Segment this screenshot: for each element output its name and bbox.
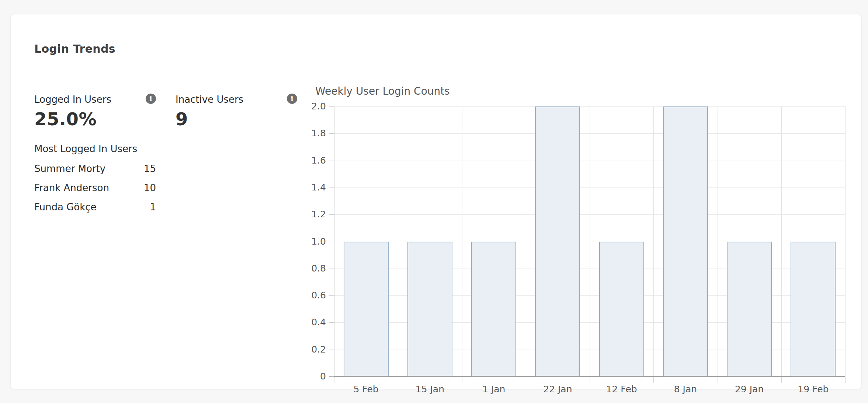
y-axis-label: 1.2	[295, 209, 326, 220]
y-axis-tick	[329, 106, 334, 107]
x-gridline	[590, 106, 590, 376]
stat-logged-in-users: Logged In Users i 25.0%	[34, 92, 156, 136]
logged-in-users-value: 25.0%	[34, 108, 97, 130]
user-login-count: 1	[150, 201, 156, 213]
chart-bar[interactable]	[407, 242, 452, 377]
x-axis-tick	[718, 376, 718, 383]
x-axis-label: 29 Jan	[718, 384, 781, 395]
chart-title: Weekly User Login Counts	[315, 85, 450, 98]
page-background: Login Trends Logged In Users i 25.0% Ina…	[0, 0, 868, 403]
list-item: Summer Morty15	[34, 162, 156, 175]
y-axis-tick	[329, 322, 334, 323]
chart-bar[interactable]	[599, 242, 644, 377]
chart-bar[interactable]	[727, 242, 772, 377]
x-axis-label: 22 Jan	[526, 384, 590, 395]
x-axis-label: 8 Jan	[653, 384, 717, 395]
most-logged-in-title: Most Logged In Users	[34, 143, 137, 155]
y-axis-label: 1.6	[295, 155, 326, 166]
logged-in-users-label: Logged In Users	[34, 93, 111, 106]
y-axis-tick	[329, 133, 334, 134]
x-gridline	[845, 106, 846, 376]
user-name: Frank Anderson	[34, 182, 109, 194]
most-logged-in-list: Summer Morty15Frank Anderson10Funda Gökç…	[34, 162, 156, 220]
user-name: Funda Gökçe	[34, 201, 97, 213]
y-axis-label: 2.0	[295, 101, 326, 112]
user-login-count: 10	[144, 182, 156, 194]
inactive-users-label: Inactive Users	[176, 93, 243, 106]
info-icon-glyph: i	[150, 95, 152, 102]
x-axis-tick	[653, 376, 654, 383]
divider	[34, 69, 859, 69]
x-axis-label: 5 Feb	[334, 384, 398, 395]
inactive-users-value: 9	[176, 108, 188, 130]
y-axis-label: 0.4	[295, 317, 326, 328]
y-axis-label: 1.8	[295, 128, 326, 139]
y-axis-line	[334, 106, 334, 376]
y-axis-tick	[329, 188, 334, 188]
x-axis-tick	[334, 376, 334, 383]
x-axis-label: 19 Feb	[781, 384, 845, 395]
list-item: Frank Anderson10	[34, 182, 156, 194]
x-axis-tick	[590, 376, 590, 383]
y-axis-tick	[329, 242, 334, 242]
x-axis-tick	[845, 376, 846, 383]
chart-bar[interactable]	[663, 106, 708, 376]
y-axis-tick	[329, 269, 334, 269]
x-axis-tick	[462, 376, 462, 383]
chart-bar[interactable]	[791, 242, 836, 377]
y-axis-label: 0	[295, 371, 326, 382]
x-gridline	[462, 106, 462, 376]
stat-inactive-users: Inactive Users i 9	[176, 92, 297, 136]
info-icon-glyph: i	[291, 95, 294, 102]
x-axis-label: 12 Feb	[590, 384, 653, 395]
chart-bar[interactable]	[344, 242, 389, 377]
x-gridline	[781, 106, 782, 376]
x-axis-label: 1 Jan	[462, 384, 526, 395]
info-icon[interactable]: i	[146, 94, 156, 104]
x-gridline	[398, 106, 398, 376]
login-trends-card: Login Trends Logged In Users i 25.0% Ina…	[10, 14, 862, 389]
y-axis-tick	[329, 376, 334, 377]
chart-bar[interactable]	[535, 106, 580, 376]
weekly-login-bar-chart: 00.20.40.60.81.01.21.41.61.82.05 Feb15 J…	[334, 106, 845, 376]
x-axis-tick	[398, 376, 398, 383]
x-axis-tick	[781, 376, 782, 383]
user-name: Summer Morty	[34, 162, 105, 175]
y-axis-label: 1.4	[295, 182, 326, 193]
y-axis-tick	[329, 161, 334, 161]
chart-bar[interactable]	[471, 242, 516, 377]
y-axis-label: 0.8	[295, 263, 326, 274]
y-axis-tick	[329, 214, 334, 215]
y-axis-label: 1.0	[295, 236, 326, 247]
x-axis-line	[329, 376, 845, 377]
x-gridline	[526, 106, 526, 376]
y-axis-label: 0.2	[295, 344, 326, 355]
y-axis-tick	[329, 295, 334, 296]
y-axis-label: 0.6	[295, 290, 326, 301]
x-gridline	[718, 106, 718, 376]
x-axis-label: 15 Jan	[398, 384, 462, 395]
y-axis-tick	[329, 350, 334, 350]
list-item: Funda Gökçe1	[34, 201, 156, 213]
card-title: Login Trends	[34, 42, 115, 56]
x-axis-tick	[526, 376, 526, 383]
x-gridline	[653, 106, 654, 376]
user-login-count: 15	[144, 162, 156, 175]
